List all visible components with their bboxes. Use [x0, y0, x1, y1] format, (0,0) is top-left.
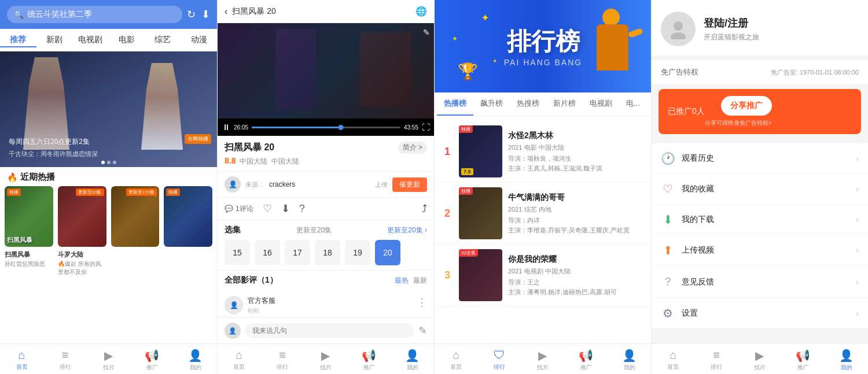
ep-20[interactable]: 20 — [375, 240, 400, 265]
video-nav-find[interactable]: ▶ 找片 — [304, 349, 348, 372]
rank-nav-home[interactable]: ⌂ 首页 — [435, 349, 478, 372]
menu-favorites[interactable]: ♡ 我的收藏 › — [652, 174, 868, 205]
comment-content: 官方客服 刚刚 如遇任何APP使用异常，请访问 — [248, 296, 412, 317]
tab-hot[interactable]: 热播榜 — [437, 92, 473, 116]
video-player[interactable]: ✎ ⏸ 26:05 43:55 ⛶ — [218, 23, 434, 136]
back-button[interactable]: ‹ — [225, 6, 227, 17]
pause-button[interactable]: ⏸ — [222, 123, 230, 132]
intro-button[interactable]: 简介 > — [398, 142, 427, 154]
video-nav-mine[interactable]: 👤 我的 — [391, 349, 434, 372]
download-icon[interactable]: ⬇ — [281, 202, 290, 215]
rank-badge-2: 独播 — [459, 187, 473, 195]
edit-icon[interactable]: ✎ — [423, 28, 430, 37]
comment-count-text: 1评论 — [236, 204, 253, 214]
profile-header: 登陆/注册 开启蓝猫影视之旅 — [652, 0, 868, 55]
profile-nav-find[interactable]: ▶ 找片 — [738, 349, 782, 372]
nav-item-movie[interactable]: 电影 — [109, 34, 145, 47]
ranking-item-2[interactable]: 2 独播 牛气满满的哥哥 2021 综艺 内地 导演：内详 主演：李维嘉,乔振宇… — [435, 183, 651, 245]
nav-item-newdrama[interactable]: 新剧 — [36, 34, 73, 47]
ranking-item-3[interactable]: 3 32全集 你是我的荣耀 2021 电视剧 中国大陆 导演：王之 主演：潘粤明… — [435, 245, 651, 306]
rank-title-1: 水怪2黑木林 — [508, 131, 644, 141]
tab-search[interactable]: 热搜榜 — [510, 92, 546, 116]
video-nav-rank[interactable]: ≡ 排行 — [261, 349, 304, 372]
rankings-bottom-nav: ⌂ 首页 🛡 排行 ▶ 找片 📢 推广 👤 我的 — [435, 343, 651, 374]
ep-16[interactable]: 16 — [255, 240, 280, 265]
ranking-item-1[interactable]: 1 独播 7.9 水怪2黑木林 2021 电影 中国大陆 导演：项秋良，项河生 … — [435, 121, 651, 183]
progress-dot — [339, 125, 344, 130]
home-nav-mine[interactable]: 👤 我的 — [174, 349, 217, 372]
home-nav-promo[interactable]: 📢 推广 — [130, 349, 174, 372]
fullscreen-button[interactable]: ⛶ — [422, 123, 430, 132]
rank-badge-3: 32全集 — [459, 249, 478, 257]
share-icon[interactable]: ⤴ — [422, 203, 427, 215]
tab-rising[interactable]: 飙升榜 — [473, 92, 510, 116]
nav-item-tv[interactable]: 电视剧 — [72, 34, 109, 47]
globe-icon[interactable]: 🌐 — [415, 6, 427, 17]
nav-item-recommend[interactable]: 推荐 — [0, 34, 36, 47]
home-card-4[interactable]: 独播 — [164, 186, 212, 247]
video-nav-promo[interactable]: 📢 推广 — [347, 349, 391, 372]
comments-header: 全部影评（1） 最热 最新 — [225, 275, 427, 286]
player-figure-1 — [275, 29, 316, 110]
dot-2 — [107, 161, 111, 164]
comment-input[interactable] — [245, 323, 414, 338]
menu-history[interactable]: 🕐 观看历史 › — [652, 143, 868, 174]
help-icon[interactable]: ? — [299, 203, 305, 215]
card-badge-4: 独播 — [166, 188, 180, 196]
home-card-2[interactable]: 更新至20集 — [58, 186, 106, 247]
home-nav-rank[interactable]: ≡ 排行 — [43, 349, 87, 372]
rank-nav-find[interactable]: ▶ 找片 — [521, 349, 565, 372]
profile-nav-promo[interactable]: 📢 推广 — [781, 349, 825, 372]
promo-button[interactable]: 分享推广 — [721, 96, 772, 116]
ranking-info-3: 你是我的荣耀 2021 电视剧 中国大陆 导演：王之 主演：潘粤明,杨洋,迪丽热… — [508, 254, 644, 297]
menu-settings[interactable]: ⚙ 设置 › — [652, 298, 868, 329]
rank-actors-1: 主演：王真儿,韩栋,王滋润,魏子淇 — [508, 164, 644, 173]
ep-18[interactable]: 18 — [315, 240, 340, 265]
menu-feedback[interactable]: ？ 意见反馈 › — [652, 266, 868, 298]
sort-hot[interactable]: 最热 — [395, 276, 409, 286]
sort-new[interactable]: 最新 — [413, 276, 427, 286]
profile-nav-home[interactable]: ⌂ 首页 — [652, 349, 695, 372]
rank-nav-rank[interactable]: 🛡 排行 — [478, 349, 521, 372]
comment-count[interactable]: 💬 1评论 — [225, 204, 253, 214]
svg-point-0 — [674, 21, 683, 31]
download-icon[interactable]: ⬇ — [201, 8, 210, 21]
card-badge-1: 独播 — [7, 188, 21, 196]
home-nav-home[interactable]: ⌂ 首页 — [0, 349, 43, 372]
history-icon: 🕐 — [661, 151, 675, 165]
profile-nav-rank[interactable]: ≡ 排行 — [695, 349, 738, 372]
video-header-icons: 🌐 — [415, 6, 427, 17]
comment-more-button[interactable]: ⋮ — [417, 296, 427, 309]
nav-item-anime[interactable]: 动漫 — [181, 34, 218, 47]
update-button[interactable]: 催更新 — [392, 177, 427, 192]
menu-downloads[interactable]: ⬇ 我的下载 › — [652, 205, 868, 235]
ep-15[interactable]: 15 — [225, 240, 250, 265]
home-nav-find[interactable]: ▶ 找片 — [87, 349, 130, 372]
tab-tv[interactable]: 电视剧 — [583, 92, 619, 116]
home-card-3[interactable]: 更新至170集 — [111, 186, 160, 247]
home-card-1[interactable]: 独播 扫黑风暴 — [5, 186, 53, 247]
nav-item-variety[interactable]: 综艺 — [145, 34, 181, 47]
rank-nav-mine[interactable]: 👤 我的 — [608, 349, 651, 372]
search-input[interactable]: 🔍 德云斗笑社第二季 — [7, 6, 182, 23]
home-banner[interactable]: 全网独播 每周四五六日20点更新2集 千古玦尘：周冬雨许凯虚恋情深 — [0, 51, 217, 167]
refresh-icon[interactable]: ↻ — [187, 8, 196, 21]
like-icon[interactable]: ♡ — [263, 202, 272, 215]
rank-director-2: 导演：内详 — [508, 216, 644, 225]
ep-17[interactable]: 17 — [285, 240, 310, 265]
progress-bar[interactable] — [252, 127, 400, 128]
ep-more-button[interactable]: 更新至20集 › — [387, 225, 427, 235]
rankings-list: 1 独播 7.9 水怪2黑木林 2021 电影 中国大陆 导演：项秋良，项河生 … — [435, 116, 651, 343]
card-info-1: 扫黑风暴 — [7, 236, 32, 245]
rank-nav-promo[interactable]: 📢 推广 — [564, 349, 608, 372]
tab-new[interactable]: 新片榜 — [546, 92, 583, 116]
menu-upload[interactable]: ⬆ 上传视频 › — [652, 235, 868, 266]
video-bottom-nav: ⌂ 首页 ≡ 排行 ▶ 找片 📢 推广 👤 我的 — [218, 343, 434, 374]
tab-more[interactable]: 电... — [619, 92, 647, 116]
card-sub-1: 孙红雷惩黑除恶 — [5, 260, 53, 268]
comment-edit-icon[interactable]: ✎ — [418, 324, 427, 337]
trophy-icon: 🏆 — [458, 62, 478, 81]
video-nav-home[interactable]: ⌂ 首页 — [218, 349, 261, 372]
ep-19[interactable]: 19 — [345, 240, 370, 265]
profile-nav-mine[interactable]: 👤 我的 — [825, 349, 868, 372]
